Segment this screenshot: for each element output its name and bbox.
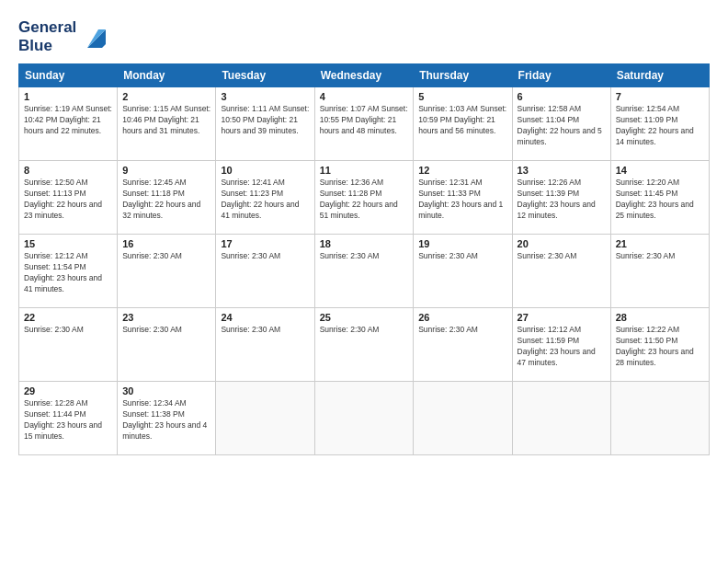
day-info: Sunrise: 2:30 AM — [320, 251, 409, 262]
calendar-cell: 11Sunrise: 12:36 AM Sunset: 11:28 PM Day… — [314, 161, 414, 235]
day-info: Sunrise: 12:12 AM Sunset: 11:54 PM Dayli… — [24, 251, 112, 295]
day-number: 11 — [320, 165, 409, 176]
day-number: 23 — [122, 312, 210, 323]
weekday-header-tuesday: Tuesday — [216, 64, 314, 87]
day-number: 27 — [518, 312, 606, 323]
day-number: 29 — [24, 385, 112, 396]
calendar-week-1: 1Sunrise: 1:19 AM Sunset: 10:42 PM Dayli… — [19, 87, 710, 161]
day-number: 3 — [221, 91, 309, 102]
calendar-cell: 22Sunrise: 2:30 AM — [19, 308, 118, 382]
day-info: Sunrise: 1:19 AM Sunset: 10:42 PM Daylig… — [24, 104, 112, 137]
weekday-header-wednesday: Wednesday — [314, 64, 414, 87]
calendar-cell: 24Sunrise: 2:30 AM — [216, 308, 314, 382]
day-number: 14 — [616, 165, 704, 176]
day-number: 16 — [122, 238, 210, 249]
calendar-cell: 16Sunrise: 2:30 AM — [118, 235, 216, 308]
calendar-cell — [216, 382, 314, 455]
day-info: Sunrise: 12:20 AM Sunset: 11:45 PM Dayli… — [616, 178, 704, 222]
day-info: Sunrise: 1:07 AM Sunset: 10:55 PM Daylig… — [320, 104, 409, 137]
calendar-cell — [314, 382, 414, 455]
day-info: Sunrise: 2:30 AM — [418, 325, 506, 336]
day-info: Sunrise: 12:31 AM Sunset: 11:33 PM Dayli… — [418, 178, 506, 222]
weekday-header-monday: Monday — [118, 64, 216, 87]
weekday-header-friday: Friday — [512, 64, 610, 87]
day-number: 22 — [24, 312, 112, 323]
day-number: 4 — [320, 91, 409, 102]
day-info: Sunrise: 1:15 AM Sunset: 10:46 PM Daylig… — [122, 104, 210, 137]
calendar-cell: 3Sunrise: 1:11 AM Sunset: 10:50 PM Dayli… — [216, 87, 314, 161]
day-info: Sunrise: 2:30 AM — [221, 325, 309, 336]
day-info: Sunrise: 12:12 AM Sunset: 11:59 PM Dayli… — [518, 325, 606, 369]
day-info: Sunrise: 2:30 AM — [24, 325, 112, 336]
day-info: Sunrise: 2:30 AM — [221, 251, 309, 262]
calendar-cell: 14Sunrise: 12:20 AM Sunset: 11:45 PM Day… — [610, 161, 709, 235]
day-info: Sunrise: 12:41 AM Sunset: 11:23 PM Dayli… — [221, 178, 309, 222]
calendar-cell — [610, 382, 709, 455]
logo-icon — [80, 22, 109, 52]
calendar-cell: 30Sunrise: 12:34 AM Sunset: 11:38 PM Day… — [118, 382, 216, 455]
weekday-header-row: SundayMondayTuesdayWednesdayThursdayFrid… — [19, 64, 710, 87]
day-info: Sunrise: 2:30 AM — [122, 251, 210, 262]
calendar-cell: 8Sunrise: 12:50 AM Sunset: 11:13 PM Dayl… — [19, 161, 118, 235]
day-info: Sunrise: 12:58 AM Sunset: 11:04 PM Dayli… — [518, 104, 606, 148]
calendar-cell: 4Sunrise: 1:07 AM Sunset: 10:55 PM Dayli… — [314, 87, 414, 161]
logo-text: General Blue — [18, 18, 109, 54]
calendar-table: SundayMondayTuesdayWednesdayThursdayFrid… — [18, 63, 710, 455]
calendar-cell: 6Sunrise: 12:58 AM Sunset: 11:04 PM Dayl… — [512, 87, 610, 161]
calendar-cell: 13Sunrise: 12:26 AM Sunset: 11:39 PM Day… — [512, 161, 610, 235]
day-number: 2 — [122, 91, 210, 102]
day-number: 26 — [418, 312, 506, 323]
calendar-cell — [414, 382, 512, 455]
day-number: 25 — [320, 312, 409, 323]
day-number: 7 — [616, 91, 704, 102]
calendar-week-5: 29Sunrise: 12:28 AM Sunset: 11:44 PM Day… — [19, 382, 710, 455]
calendar-cell: 27Sunrise: 12:12 AM Sunset: 11:59 PM Day… — [512, 308, 610, 382]
day-info: Sunrise: 12:54 AM Sunset: 11:09 PM Dayli… — [616, 104, 704, 148]
day-number: 8 — [24, 165, 112, 176]
day-info: Sunrise: 12:50 AM Sunset: 11:13 PM Dayli… — [24, 178, 112, 222]
weekday-header-sunday: Sunday — [19, 64, 118, 87]
calendar-cell: 9Sunrise: 12:45 AM Sunset: 11:18 PM Dayl… — [118, 161, 216, 235]
day-number: 13 — [518, 165, 606, 176]
calendar-cell: 28Sunrise: 12:22 AM Sunset: 11:50 PM Day… — [610, 308, 709, 382]
calendar-cell: 20Sunrise: 2:30 AM — [512, 235, 610, 308]
day-number: 6 — [518, 91, 606, 102]
calendar-cell — [512, 382, 610, 455]
calendar-cell: 25Sunrise: 2:30 AM — [314, 308, 414, 382]
day-info: Sunrise: 12:45 AM Sunset: 11:18 PM Dayli… — [122, 178, 210, 222]
day-number: 30 — [122, 385, 210, 396]
day-info: Sunrise: 2:30 AM — [320, 325, 409, 336]
day-info: Sunrise: 12:36 AM Sunset: 11:28 PM Dayli… — [320, 178, 409, 222]
day-number: 20 — [518, 238, 606, 249]
weekday-header-saturday: Saturday — [610, 64, 709, 87]
day-info: Sunrise: 2:30 AM — [418, 251, 506, 262]
calendar-cell: 2Sunrise: 1:15 AM Sunset: 10:46 PM Dayli… — [118, 87, 216, 161]
day-number: 21 — [616, 238, 704, 249]
logo: General Blue — [18, 18, 109, 54]
day-number: 9 — [122, 165, 210, 176]
page-header: General Blue — [18, 18, 710, 54]
day-number: 1 — [24, 91, 112, 102]
calendar-cell: 29Sunrise: 12:28 AM Sunset: 11:44 PM Day… — [19, 382, 118, 455]
day-info: Sunrise: 12:22 AM Sunset: 11:50 PM Dayli… — [616, 325, 704, 369]
calendar-cell: 10Sunrise: 12:41 AM Sunset: 11:23 PM Day… — [216, 161, 314, 235]
day-number: 24 — [221, 312, 309, 323]
calendar-cell: 12Sunrise: 12:31 AM Sunset: 11:33 PM Day… — [414, 161, 512, 235]
calendar-week-4: 22Sunrise: 2:30 AM23Sunrise: 2:30 AM24Su… — [19, 308, 710, 382]
day-info: Sunrise: 2:30 AM — [518, 251, 606, 262]
calendar-cell: 15Sunrise: 12:12 AM Sunset: 11:54 PM Day… — [19, 235, 118, 308]
calendar-cell: 21Sunrise: 2:30 AM — [610, 235, 709, 308]
calendar-cell: 7Sunrise: 12:54 AM Sunset: 11:09 PM Dayl… — [610, 87, 709, 161]
day-info: Sunrise: 2:30 AM — [122, 325, 210, 336]
calendar-cell: 5Sunrise: 1:03 AM Sunset: 10:59 PM Dayli… — [414, 87, 512, 161]
calendar-cell: 17Sunrise: 2:30 AM — [216, 235, 314, 308]
day-number: 28 — [616, 312, 704, 323]
calendar-cell: 1Sunrise: 1:19 AM Sunset: 10:42 PM Dayli… — [19, 87, 118, 161]
calendar-week-2: 8Sunrise: 12:50 AM Sunset: 11:13 PM Dayl… — [19, 161, 710, 235]
calendar-cell: 19Sunrise: 2:30 AM — [414, 235, 512, 308]
weekday-header-thursday: Thursday — [414, 64, 512, 87]
calendar-cell: 23Sunrise: 2:30 AM — [118, 308, 216, 382]
day-info: Sunrise: 1:03 AM Sunset: 10:59 PM Daylig… — [418, 104, 506, 137]
day-info: Sunrise: 1:11 AM Sunset: 10:50 PM Daylig… — [221, 104, 309, 137]
day-info: Sunrise: 12:26 AM Sunset: 11:39 PM Dayli… — [518, 178, 606, 222]
